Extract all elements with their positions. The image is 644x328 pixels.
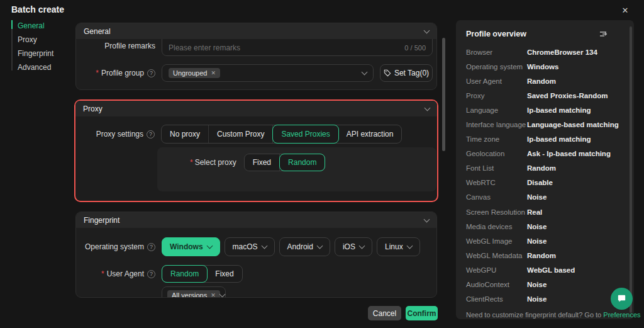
user-agent-label: * User Agent ? [76, 269, 162, 278]
os-button-ios[interactable]: iOS [335, 237, 372, 256]
overview-row: Media devicesNoise [466, 219, 624, 234]
overview-value: Ip-based matching [527, 135, 591, 143]
overview-value: Random [527, 77, 556, 85]
overview-footer-text: Need to customize fingerprint default? G… [466, 311, 603, 319]
overview-row: Operating systemWindows [466, 59, 624, 74]
proxy-option-no-proxy[interactable]: No proxy [162, 125, 209, 143]
confirm-button[interactable]: Confirm [406, 306, 438, 320]
select-proxy-fixed[interactable]: Fixed [245, 154, 280, 171]
overview-row: Interface languageLanguage-based matchin… [466, 117, 624, 132]
versions-tag-label: All versions [172, 291, 207, 298]
proxy-section-highlighted: Proxy Proxy settings ? No proxy Custom P… [74, 99, 438, 202]
proxy-type-segmented: No proxy Custom Proxy Saved Proxies API … [161, 125, 402, 144]
overview-row: User AgentRandom [466, 74, 624, 88]
tag-remove-icon[interactable]: ✕ [211, 292, 216, 298]
chat-widget-button[interactable] [611, 288, 633, 310]
overview-row: ProxySaved Proxies-Random [466, 88, 624, 103]
overview-label: WebGPU [466, 266, 527, 274]
overview-value: Noise [527, 193, 547, 201]
group-tag: Ungrouped ✕ [169, 68, 220, 78]
set-tag-label: Set Tag(0) [394, 69, 429, 77]
cancel-button[interactable]: Cancel [368, 306, 401, 320]
set-tag-button[interactable]: Set Tag(0) [380, 64, 433, 82]
overview-label: User Agent [466, 77, 527, 85]
collapse-panel-icon[interactable] [599, 30, 608, 38]
required-asterisk: * [190, 158, 193, 167]
overview-label: Canvas [466, 193, 527, 201]
select-proxy-segmented: Fixed Random [244, 154, 326, 171]
os-button-macos[interactable]: macOS [225, 237, 275, 256]
required-asterisk: * [101, 269, 104, 278]
proxy-option-saved[interactable]: Saved Proxies [272, 125, 338, 144]
tag-remove-icon[interactable]: ✕ [211, 70, 216, 76]
proxy-settings-label: Proxy settings ? [75, 130, 161, 139]
overview-value: WebGL based [527, 266, 575, 274]
overview-label: Browser [466, 48, 527, 56]
ua-versions-select[interactable]: All versions ✕ [162, 286, 226, 298]
operating-system-label-text: Operating system [85, 242, 144, 251]
os-ios-label: iOS [343, 242, 355, 251]
overview-label: WebRTC [466, 179, 527, 186]
proxy-section-title: Proxy [83, 105, 103, 113]
fingerprint-section: Fingerprint Operating system ? Windows m… [75, 212, 437, 298]
preferences-link[interactable]: Preferences [603, 311, 640, 319]
help-icon[interactable]: ? [147, 69, 155, 77]
proxy-section-header[interactable]: Proxy [75, 101, 437, 116]
ua-option-random[interactable]: Random [162, 265, 208, 283]
overview-scrollbar[interactable] [630, 26, 632, 313]
overview-value: Disable [527, 179, 553, 186]
sidebar-item-fingerprint[interactable]: Fingerprint [11, 47, 67, 60]
fingerprint-section-title: Fingerprint [84, 216, 119, 225]
overview-row: GeolocationAsk - Ip-based matching [466, 147, 624, 161]
proxy-option-api[interactable]: API extraction [338, 125, 402, 143]
help-icon[interactable]: ? [147, 130, 155, 139]
dialog-title: Batch create [11, 4, 64, 14]
chevron-down-icon[interactable] [425, 105, 431, 111]
overview-value: Random [527, 252, 556, 259]
ua-option-fixed[interactable]: Fixed [207, 266, 242, 282]
overview-label: AudioContext [466, 281, 527, 288]
general-section-header[interactable]: General [76, 23, 436, 39]
overview-row: LanguageIp-based matching [466, 103, 624, 117]
profile-group-label: * Profile group ? [76, 69, 162, 77]
overview-row: CanvasNoise [466, 190, 624, 205]
overview-footer: Need to customize fingerprint default? G… [466, 311, 624, 319]
overview-label: Language [466, 106, 527, 114]
overview-value: Ip-based matching [527, 106, 591, 114]
overview-row: BrowserChromeBrowser 134 [466, 45, 624, 59]
chevron-down-icon[interactable] [424, 27, 430, 33]
proxy-option-custom[interactable]: Custom Proxy [209, 125, 273, 143]
proxy-settings-label-text: Proxy settings [96, 130, 143, 139]
os-android-label: Android [287, 242, 313, 251]
overview-value: Noise [527, 223, 547, 230]
os-button-linux[interactable]: Linux [377, 237, 420, 256]
help-icon[interactable]: ? [147, 270, 155, 278]
sidebar-item-advanced[interactable]: Advanced [11, 60, 67, 74]
sidebar-item-proxy[interactable]: Proxy [11, 33, 67, 47]
help-icon[interactable]: ? [147, 243, 155, 251]
chevron-down-icon[interactable] [424, 216, 430, 222]
user-agent-label-text: User Agent [107, 269, 144, 278]
chevron-down-icon [359, 243, 365, 249]
group-tag-label: Ungrouped [173, 69, 207, 77]
overview-value: Language-based matching [527, 121, 619, 128]
close-icon[interactable]: ✕ [619, 4, 631, 16]
profile-group-select[interactable]: Ungrouped ✕ [162, 64, 374, 82]
overview-row: AudioContextNoise [466, 278, 624, 292]
os-windows-label: Windows [170, 242, 203, 251]
overview-value: Noise [527, 295, 547, 303]
os-button-windows[interactable]: Windows [162, 237, 220, 256]
sidebar-item-general[interactable]: General [11, 19, 67, 33]
overview-label: Font List [466, 164, 527, 172]
main-scrollbar-thumb[interactable] [442, 38, 445, 151]
overview-label: Screen Resolution [466, 208, 527, 216]
overview-value: Windows [527, 63, 558, 71]
overview-row: WebGPUWebGL based [466, 263, 624, 277]
chevron-down-icon [219, 291, 225, 298]
select-proxy-random[interactable]: Random [279, 154, 325, 171]
overview-row: Font ListRandom [466, 161, 624, 176]
overview-row: Time zoneIp-based matching [466, 132, 624, 147]
os-button-android[interactable]: Android [279, 237, 330, 256]
fingerprint-section-header[interactable]: Fingerprint [76, 212, 436, 228]
overview-value: Noise [527, 237, 547, 245]
